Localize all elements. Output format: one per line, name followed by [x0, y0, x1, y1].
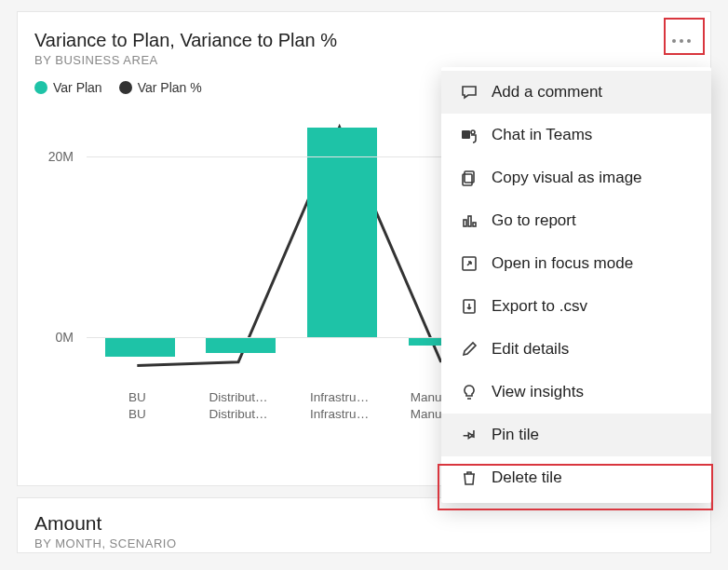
bar[interactable] [307, 128, 377, 336]
menu-label: Delete tile [492, 468, 562, 487]
teams-icon [460, 126, 479, 144]
svg-rect-0 [462, 130, 470, 139]
report-icon [460, 211, 479, 230]
svg-point-1 [471, 130, 475, 134]
tile-subtitle: BY MONTH, SCENARIO [34, 536, 694, 550]
menu-delete-tile[interactable]: Delete tile [441, 456, 711, 499]
menu-focus-mode[interactable]: Open in focus mode [441, 242, 711, 285]
menu-label: Add a comment [492, 83, 602, 102]
export-icon [460, 297, 479, 316]
more-options-button[interactable] [664, 23, 699, 59]
menu-chat-teams[interactable]: Chat in Teams [441, 114, 711, 156]
tile-context-menu: Add a comment Chat in Teams Copy visual … [441, 67, 711, 503]
tile-title: Variance to Plan, Variance to Plan % [34, 29, 337, 51]
ellipsis-icon [672, 39, 691, 43]
menu-pin-tile[interactable]: Pin tile [441, 414, 711, 456]
legend-item-bar[interactable]: Var Plan [34, 80, 102, 95]
menu-label: Open in focus mode [492, 254, 633, 273]
bar[interactable] [105, 337, 175, 357]
trash-icon [460, 468, 479, 487]
tile-title: Amount [34, 511, 694, 535]
menu-copy-image[interactable]: Copy visual as image [441, 156, 711, 199]
y-tick-label: 0M [56, 330, 74, 345]
menu-label: Export to .csv [492, 297, 587, 316]
legend-label-line: Var Plan % [138, 80, 202, 95]
menu-label: Edit details [492, 340, 569, 359]
menu-export-csv[interactable]: Export to .csv [441, 285, 711, 328]
svg-rect-6 [473, 223, 476, 226]
menu-label: Pin tile [492, 426, 539, 444]
pencil-icon [460, 340, 479, 359]
legend-item-line[interactable]: Var Plan % [119, 80, 202, 95]
menu-view-insights[interactable]: View insights [441, 371, 711, 414]
menu-label: View insights [492, 383, 584, 401]
chart-tile-amount: Amount BY MONTH, SCENARIO [17, 497, 711, 553]
svg-rect-5 [468, 216, 471, 226]
pin-icon [460, 426, 479, 444]
menu-edit-details[interactable]: Edit details [441, 328, 711, 371]
legend-swatch-line [119, 81, 132, 94]
svg-rect-4 [464, 220, 466, 226]
lightbulb-icon [460, 383, 479, 401]
x-label: Distribut…Distribut… [188, 389, 290, 423]
x-label: Infrastru…Infrastru… [289, 389, 390, 423]
menu-add-comment[interactable]: Add a comment [441, 71, 711, 114]
legend-label-bar: Var Plan [53, 80, 102, 95]
x-label: BUBU [87, 389, 188, 423]
copy-icon [460, 169, 479, 187]
y-axis: 20M0M [34, 112, 79, 382]
tile-subtitle: BY BUSINESS AREA [34, 53, 337, 67]
menu-go-report[interactable]: Go to report [441, 199, 711, 242]
legend-swatch-bar [34, 81, 47, 94]
bar[interactable] [206, 337, 276, 353]
comment-icon [460, 83, 479, 102]
focus-icon [460, 254, 479, 273]
menu-label: Copy visual as image [492, 169, 642, 187]
menu-label: Chat in Teams [492, 126, 592, 144]
y-tick-label: 20M [48, 149, 74, 164]
menu-label: Go to report [492, 211, 576, 230]
